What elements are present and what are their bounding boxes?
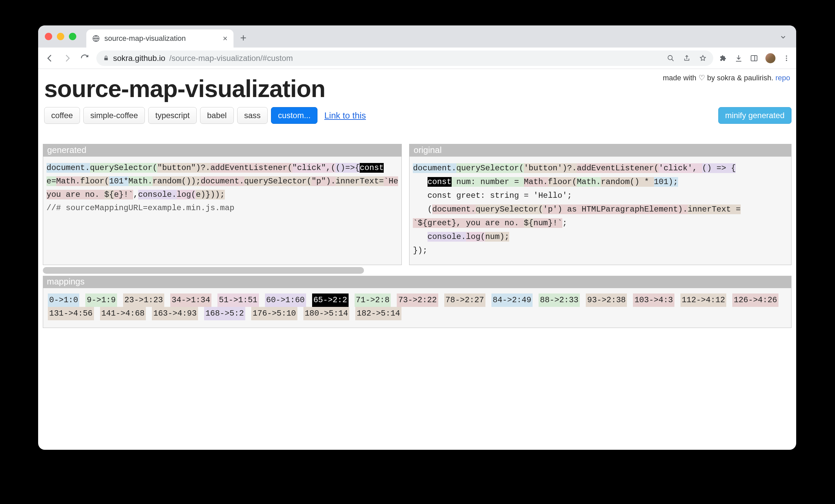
coffee-button[interactable]: coffee — [44, 107, 80, 124]
link-to-this[interactable]: Link to this — [324, 110, 366, 121]
gen-seg: e= — [46, 176, 56, 186]
mapping-item[interactable]: 103->4:3 — [633, 294, 674, 307]
orig-seg: ; — [562, 218, 567, 228]
mapping-item[interactable]: 141->4:68 — [100, 307, 146, 320]
gen-seg: ()=>{ — [335, 163, 360, 173]
orig-seg: num}!` — [534, 218, 562, 228]
mapping-item[interactable]: 51->1:51 — [218, 294, 259, 307]
mapping-item[interactable]: 131->4:56 — [48, 307, 94, 320]
share-icon[interactable] — [683, 55, 691, 62]
address-bar[interactable]: sokra.github.io/source-map-visualization… — [96, 51, 713, 66]
original-code[interactable]: document.querySelector('button')?.addEve… — [409, 157, 791, 265]
reload-button[interactable] — [79, 54, 90, 63]
repo-link[interactable]: repo — [775, 74, 790, 82]
mapping-item[interactable]: 73->2:22 — [397, 294, 438, 307]
browser-tab[interactable]: source-map-visualization × — [86, 29, 233, 47]
generated-code[interactable]: document.querySelector("button")?.addEve… — [43, 157, 402, 222]
extensions-icon[interactable] — [719, 54, 727, 62]
mapping-item[interactable]: 93->2:38 — [586, 294, 627, 307]
lock-icon — [103, 55, 109, 61]
forward-button[interactable] — [62, 54, 73, 63]
bookmark-star-icon[interactable] — [699, 55, 707, 62]
mapping-item[interactable]: 9->1:9 — [85, 294, 117, 307]
orig-seg: 'click', — [659, 163, 702, 173]
browser-toolbar: sokra.github.io/source-map-visualization… — [38, 47, 796, 69]
minimize-window-button[interactable] — [57, 33, 64, 40]
close-tab-icon[interactable]: × — [223, 34, 227, 43]
babel-button[interactable]: babel — [200, 107, 234, 124]
minify-generated-button[interactable]: minify generated — [718, 107, 792, 124]
simple-coffee-button[interactable]: simple-coffee — [83, 107, 145, 124]
browser-window: source-map-visualization × + sokra.githu… — [38, 25, 796, 450]
mapping-item[interactable]: 126->4:26 — [732, 294, 778, 307]
gen-seg: innerText= — [335, 176, 384, 186]
gen-seg: ${ — [104, 190, 114, 199]
gen-seg: Math. — [128, 176, 152, 186]
mapping-item[interactable]: 65->2:2 — [312, 294, 349, 307]
maximize-window-button[interactable] — [69, 33, 76, 40]
mapping-item[interactable]: 180->5:14 — [303, 307, 350, 320]
new-tab-button[interactable]: + — [233, 32, 253, 47]
orig-seg: console. — [428, 232, 466, 242]
generated-scrollbar[interactable] — [43, 267, 398, 274]
gen-seg: console. — [138, 190, 177, 199]
orig-seg: floor( — [548, 177, 577, 187]
mapping-item[interactable]: 78->2:27 — [444, 294, 485, 307]
orig-seg: innerText = — [688, 204, 740, 214]
back-button[interactable] — [44, 54, 56, 63]
gen-seg: document. — [201, 176, 244, 186]
mapping-item[interactable]: 182->5:14 — [355, 307, 402, 320]
original-header: original — [409, 144, 791, 157]
menu-dots-icon[interactable] — [783, 55, 790, 62]
gen-seg: addEventListener( — [210, 163, 292, 173]
downloads-icon[interactable] — [735, 54, 743, 62]
credits: made with ♡ by sokra & paulirish. repo — [663, 74, 790, 82]
gen-seg: e)})); — [196, 190, 224, 199]
panel-icon[interactable] — [750, 54, 758, 62]
orig-seg: querySelector( — [476, 204, 543, 214]
mapping-item[interactable]: 71->2:8 — [354, 294, 391, 307]
mapping-item[interactable]: 176->5:10 — [251, 307, 298, 320]
orig-seg: querySelector( — [456, 163, 524, 173]
search-icon[interactable] — [667, 55, 674, 62]
custom-button[interactable]: custom... — [271, 107, 318, 124]
svg-rect-1 — [104, 58, 108, 60]
svg-rect-3 — [751, 56, 757, 61]
gen-seg: `He — [384, 176, 398, 186]
svg-point-4 — [786, 55, 787, 57]
mapping-item[interactable]: 23->1:23 — [123, 294, 164, 307]
scrollbar-thumb[interactable] — [43, 267, 364, 274]
gen-seg: you are no. — [46, 190, 104, 199]
tab-list-caret-icon[interactable] — [779, 34, 787, 41]
gen-comment: //# sourceMappingURL=example.min.js.map — [46, 201, 398, 215]
mapping-item[interactable]: 112->4:12 — [680, 294, 727, 307]
mapping-item[interactable]: 34->1:34 — [170, 294, 211, 307]
mapping-item[interactable]: 84->2:49 — [491, 294, 533, 307]
typescript-button[interactable]: typescript — [148, 107, 197, 124]
gen-seg: "button")?. — [157, 163, 210, 173]
mapping-item[interactable]: 88->2:33 — [538, 294, 580, 307]
mapping-item[interactable]: 168->5:2 — [204, 307, 245, 320]
profile-avatar[interactable] — [766, 53, 775, 63]
close-window-button[interactable] — [45, 33, 52, 40]
orig-seg: log( — [466, 232, 485, 242]
orig-seg: const greet: string = 'Hello'; — [428, 191, 572, 200]
orig-seg: ${ — [524, 218, 534, 228]
gen-seg: random()); — [152, 176, 201, 186]
orig-seg: addEventListener( — [577, 163, 659, 173]
orig-seg: random() * — [601, 177, 654, 187]
controls: coffee simple-coffee typescript babel sa… — [44, 107, 792, 124]
orig-seg: ( — [428, 204, 432, 214]
mapping-item[interactable]: 163->4:93 — [152, 307, 198, 320]
svg-point-6 — [786, 60, 787, 61]
sass-button[interactable]: sass — [237, 107, 268, 124]
mapping-item[interactable]: 0->1:0 — [48, 294, 79, 307]
url-host: sokra.github.io — [113, 54, 165, 63]
gen-seg: floor( — [80, 176, 109, 186]
orig-seg: num); — [485, 232, 509, 242]
gen-seg: , — [133, 190, 138, 199]
mappings-list[interactable]: 0->1:09->1:923->1:2334->1:3451->1:5160->… — [43, 288, 792, 328]
mapping-item[interactable]: 60->1:60 — [265, 294, 306, 307]
gen-seg: querySelector( — [90, 163, 158, 173]
svg-point-2 — [668, 55, 672, 60]
